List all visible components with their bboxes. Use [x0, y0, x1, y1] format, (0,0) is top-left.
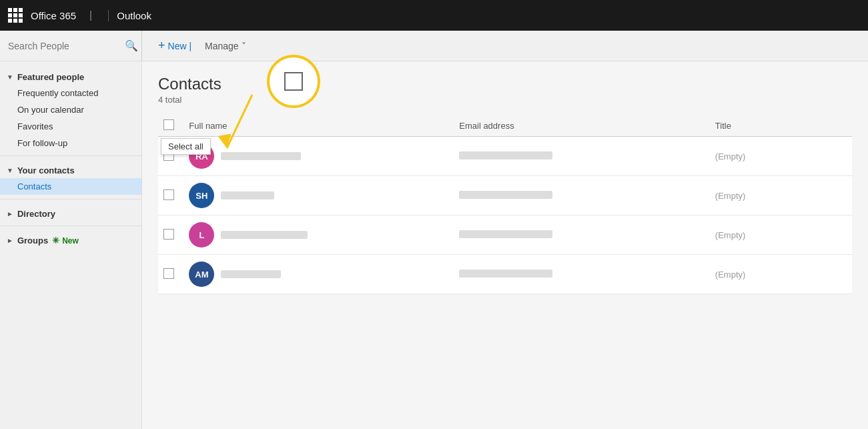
your-contacts-label: Your contacts: [17, 165, 75, 175]
avatar-2: SH: [189, 183, 214, 208]
product-name-label: Outlook: [108, 10, 151, 21]
directory-label: Directory: [17, 209, 55, 219]
groups-new-badge[interactable]: ✳ New: [52, 236, 79, 246]
featured-chevron-icon: ▼: [7, 73, 13, 81]
name-placeholder-3: [221, 231, 308, 239]
contact-name-cell-1: RA: [189, 143, 448, 169]
avatar-3: L: [189, 222, 214, 248]
sidebar-divider-1: [0, 155, 141, 156]
col-header-title: Title: [710, 115, 852, 137]
table-row[interactable]: AM (Empty): [158, 255, 852, 294]
name-placeholder-4: [221, 270, 281, 278]
email-placeholder-1: [459, 151, 552, 159]
title-empty-4: (Empty): [715, 270, 746, 280]
title-empty-1: (Empty): [715, 151, 746, 161]
search-button[interactable]: 🔍: [125, 39, 138, 52]
office365-label: Office 365: [31, 10, 76, 21]
contacts-count: 4 total: [158, 95, 852, 105]
table-row[interactable]: SH (Empty): [158, 176, 852, 216]
email-placeholder-4: [459, 270, 552, 278]
plus-icon: +: [158, 39, 165, 53]
sidebar-divider-3: [0, 226, 141, 226]
select-all-area: Select all: [163, 119, 178, 132]
groups-new-label: New: [62, 236, 79, 246]
directory-chevron-icon: ►: [7, 210, 13, 218]
top-navigation-bar: Office 365 | Outlook: [0, 0, 868, 31]
your-contacts-chevron-icon: ▼: [7, 167, 13, 174]
featured-people-section-header[interactable]: ▼ Featured people: [0, 67, 141, 85]
new-button-label: New |: [168, 41, 192, 51]
row-checkbox-2[interactable]: [163, 189, 174, 200]
toolbar-actions: + New | Manage ˅: [142, 36, 262, 55]
sidebar-item-favorites[interactable]: Favorites: [0, 118, 141, 135]
title-empty-2: (Empty): [715, 191, 746, 201]
contact-name-cell-2: SH: [189, 183, 448, 208]
manage-button-label: Manage: [205, 41, 239, 51]
select-all-checkbox[interactable]: [163, 119, 174, 130]
main-layout: ▼ Featured people Frequently contacted O…: [0, 61, 868, 429]
email-placeholder-3: [459, 230, 552, 238]
table-row[interactable]: RA (Empty): [158, 137, 852, 176]
search-input[interactable]: [8, 41, 125, 51]
groups-label: Groups: [17, 236, 48, 246]
sidebar-item-on-your-calendar[interactable]: On your calendar: [0, 101, 141, 118]
sidebar: ▼ Featured people Frequently contacted O…: [0, 61, 142, 429]
page-title: Contacts: [158, 75, 852, 93]
email-placeholder-2: [459, 191, 552, 199]
table-row[interactable]: L (Empty): [158, 216, 852, 255]
manage-chevron-icon: ˅: [242, 41, 246, 51]
contact-name-cell-3: L: [189, 222, 448, 248]
title-empty-3: (Empty): [715, 230, 746, 240]
col-header-email: Email address: [454, 115, 710, 137]
content-area: Contacts 4 total Select all Full name Em…: [142, 61, 868, 429]
nav-separator: |: [89, 9, 92, 21]
search-toolbar-bar: 🔍 + New | Manage ˅: [0, 31, 868, 61]
sidebar-divider-2: [0, 199, 141, 199]
groups-section-header[interactable]: ► Groups ✳ New: [0, 230, 141, 248]
waffle-menu-icon[interactable]: [8, 8, 23, 23]
avatar-4: AM: [189, 262, 214, 287]
contact-name-cell-4: AM: [189, 262, 448, 287]
name-placeholder-1: [221, 152, 301, 160]
sidebar-item-contacts[interactable]: Contacts: [0, 178, 141, 195]
directory-section-header[interactable]: ► Directory: [0, 203, 141, 222]
contacts-table: Select all Full name Email address Title…: [158, 115, 852, 294]
select-all-tooltip: Select all: [161, 138, 211, 155]
col-header-fullname: Full name: [183, 115, 454, 137]
star-icon: ✳: [52, 236, 59, 246]
your-contacts-section-header[interactable]: ▼ Your contacts: [0, 160, 141, 178]
groups-chevron-icon: ►: [7, 237, 13, 244]
new-button[interactable]: + New |: [153, 36, 197, 55]
sidebar-item-for-follow-up[interactable]: For follow-up: [0, 135, 141, 151]
sidebar-item-frequently-contacted[interactable]: Frequently contacted: [0, 85, 141, 101]
row-checkbox-3[interactable]: [163, 229, 174, 240]
row-checkbox-4[interactable]: [163, 268, 174, 279]
featured-people-label: Featured people: [17, 72, 84, 82]
manage-button[interactable]: Manage ˅: [199, 38, 252, 54]
search-left-panel: 🔍: [0, 31, 142, 61]
name-placeholder-2: [221, 191, 274, 199]
